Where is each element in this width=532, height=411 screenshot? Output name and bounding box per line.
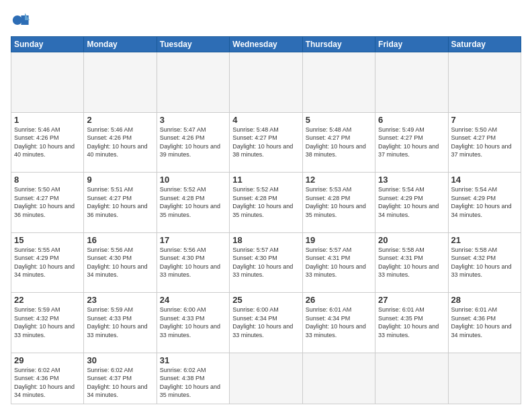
calendar-cell: 10Sunrise: 5:52 AMSunset: 4:28 PMDayligh… — [157, 173, 229, 233]
calendar-cell — [448, 52, 521, 113]
day-info: Sunrise: 5:53 AMSunset: 4:28 PMDaylight:… — [306, 185, 372, 219]
calendar-cell: 7Sunrise: 5:50 AMSunset: 4:27 PMDaylight… — [448, 112, 521, 173]
calendar-cell — [375, 52, 448, 113]
day-info: Sunrise: 6:02 AMSunset: 4:38 PMDaylight:… — [160, 366, 226, 400]
day-number: 5 — [306, 115, 372, 125]
logo-icon — [11, 11, 30, 30]
calendar-cell: 22Sunrise: 5:59 AMSunset: 4:32 PMDayligh… — [11, 293, 84, 353]
day-info: Sunrise: 5:48 AMSunset: 4:27 PMDaylight:… — [232, 126, 299, 159]
day-info: Sunrise: 5:57 AMSunset: 4:31 PMDaylight:… — [306, 246, 372, 279]
calendar-cell: 24Sunrise: 6:00 AMSunset: 4:33 PMDayligh… — [157, 293, 229, 353]
day-info: Sunrise: 5:52 AMSunset: 4:28 PMDaylight:… — [232, 185, 299, 219]
day-info: Sunrise: 5:58 AMSunset: 4:32 PMDaylight:… — [451, 246, 518, 279]
calendar-week-row: 15Sunrise: 5:55 AMSunset: 4:29 PMDayligh… — [11, 232, 521, 293]
calendar-cell — [302, 52, 375, 113]
day-number: 27 — [378, 295, 445, 305]
calendar-cell: 20Sunrise: 5:58 AMSunset: 4:31 PMDayligh… — [375, 232, 448, 293]
svg-marker-2 — [25, 13, 30, 21]
day-info: Sunrise: 5:50 AMSunset: 4:27 PMDaylight:… — [14, 185, 81, 219]
calendar-cell: 9Sunrise: 5:51 AMSunset: 4:27 PMDaylight… — [84, 173, 157, 233]
day-info: Sunrise: 5:56 AMSunset: 4:30 PMDaylight:… — [87, 246, 153, 279]
col-header-wednesday: Wednesday — [230, 37, 302, 52]
day-info: Sunrise: 6:00 AMSunset: 4:34 PMDaylight:… — [232, 306, 299, 339]
calendar-cell — [230, 52, 302, 113]
day-info: Sunrise: 5:51 AMSunset: 4:27 PMDaylight:… — [87, 185, 153, 219]
day-info: Sunrise: 5:48 AMSunset: 4:27 PMDaylight:… — [306, 126, 372, 159]
calendar-week-row: 29Sunrise: 6:02 AMSunset: 4:36 PMDayligh… — [11, 353, 521, 404]
calendar-cell — [448, 353, 521, 404]
day-number: 26 — [306, 295, 372, 305]
day-info: Sunrise: 6:01 AMSunset: 4:35 PMDaylight:… — [378, 306, 445, 339]
col-header-monday: Monday — [84, 37, 157, 52]
day-number: 21 — [451, 235, 518, 245]
day-info: Sunrise: 5:59 AMSunset: 4:33 PMDaylight:… — [87, 306, 153, 339]
day-number: 30 — [87, 355, 153, 365]
calendar-cell — [302, 353, 375, 404]
day-number: 12 — [306, 175, 372, 185]
calendar-cell: 14Sunrise: 5:54 AMSunset: 4:29 PMDayligh… — [448, 173, 521, 233]
day-number: 22 — [14, 295, 81, 305]
calendar-cell: 6Sunrise: 5:49 AMSunset: 4:27 PMDaylight… — [375, 112, 448, 173]
day-number: 23 — [87, 295, 153, 305]
day-number: 20 — [378, 235, 445, 245]
day-number: 18 — [232, 235, 299, 245]
col-header-friday: Friday — [375, 37, 448, 52]
calendar-cell: 12Sunrise: 5:53 AMSunset: 4:28 PMDayligh… — [302, 173, 375, 233]
day-info: Sunrise: 5:50 AMSunset: 4:27 PMDaylight:… — [451, 126, 518, 159]
calendar-cell: 18Sunrise: 5:57 AMSunset: 4:30 PMDayligh… — [230, 232, 302, 293]
calendar-cell — [84, 52, 157, 113]
day-number: 28 — [451, 295, 518, 305]
day-number: 10 — [160, 175, 226, 185]
day-info: Sunrise: 6:01 AMSunset: 4:36 PMDaylight:… — [451, 306, 518, 339]
calendar-cell: 2Sunrise: 5:46 AMSunset: 4:26 PMDaylight… — [84, 112, 157, 173]
day-info: Sunrise: 5:46 AMSunset: 4:26 PMDaylight:… — [87, 126, 153, 159]
col-header-tuesday: Tuesday — [157, 37, 229, 52]
calendar-cell: 15Sunrise: 5:55 AMSunset: 4:29 PMDayligh… — [11, 232, 84, 293]
calendar-cell — [230, 353, 302, 404]
calendar-cell: 4Sunrise: 5:48 AMSunset: 4:27 PMDaylight… — [230, 112, 302, 173]
day-info: Sunrise: 5:54 AMSunset: 4:29 PMDaylight:… — [378, 185, 445, 219]
calendar-cell: 26Sunrise: 6:01 AMSunset: 4:34 PMDayligh… — [302, 293, 375, 353]
day-info: Sunrise: 5:59 AMSunset: 4:32 PMDaylight:… — [14, 306, 81, 339]
day-number: 17 — [160, 235, 226, 245]
calendar-cell: 30Sunrise: 6:02 AMSunset: 4:37 PMDayligh… — [84, 353, 157, 404]
calendar-cell: 28Sunrise: 6:01 AMSunset: 4:36 PMDayligh… — [448, 293, 521, 353]
calendar-table: SundayMondayTuesdayWednesdayThursdayFrid… — [11, 36, 521, 404]
col-header-saturday: Saturday — [448, 37, 521, 52]
calendar-cell: 3Sunrise: 5:47 AMSunset: 4:26 PMDaylight… — [157, 112, 229, 173]
calendar-week-row — [11, 52, 521, 113]
calendar-cell: 16Sunrise: 5:56 AMSunset: 4:30 PMDayligh… — [84, 232, 157, 293]
day-number: 4 — [232, 115, 299, 125]
day-number: 14 — [451, 175, 518, 185]
calendar-cell: 21Sunrise: 5:58 AMSunset: 4:32 PMDayligh… — [448, 232, 521, 293]
day-info: Sunrise: 6:00 AMSunset: 4:33 PMDaylight:… — [160, 306, 226, 339]
calendar-cell: 11Sunrise: 5:52 AMSunset: 4:28 PMDayligh… — [230, 173, 302, 233]
day-number: 7 — [451, 115, 518, 125]
day-info: Sunrise: 5:52 AMSunset: 4:28 PMDaylight:… — [160, 185, 226, 219]
day-number: 8 — [14, 175, 81, 185]
logo — [11, 11, 32, 30]
calendar-cell: 1Sunrise: 5:46 AMSunset: 4:26 PMDaylight… — [11, 112, 84, 173]
calendar-cell: 23Sunrise: 5:59 AMSunset: 4:33 PMDayligh… — [84, 293, 157, 353]
day-info: Sunrise: 5:57 AMSunset: 4:30 PMDaylight:… — [232, 246, 299, 279]
day-info: Sunrise: 6:02 AMSunset: 4:36 PMDaylight:… — [14, 366, 81, 400]
day-number: 1 — [14, 115, 81, 125]
day-number: 11 — [232, 175, 299, 185]
calendar-cell: 31Sunrise: 6:02 AMSunset: 4:38 PMDayligh… — [157, 353, 229, 404]
day-number: 9 — [87, 175, 153, 185]
day-number: 19 — [306, 235, 372, 245]
calendar-cell: 8Sunrise: 5:50 AMSunset: 4:27 PMDaylight… — [11, 173, 84, 233]
day-number: 31 — [160, 355, 226, 365]
calendar-cell: 19Sunrise: 5:57 AMSunset: 4:31 PMDayligh… — [302, 232, 375, 293]
day-info: Sunrise: 5:54 AMSunset: 4:29 PMDaylight:… — [451, 185, 518, 219]
day-info: Sunrise: 5:55 AMSunset: 4:29 PMDaylight:… — [14, 246, 81, 279]
day-number: 29 — [14, 355, 81, 365]
calendar-cell: 13Sunrise: 5:54 AMSunset: 4:29 PMDayligh… — [375, 173, 448, 233]
col-header-sunday: Sunday — [11, 37, 84, 52]
day-number: 24 — [160, 295, 226, 305]
page-container: SundayMondayTuesdayWednesdayThursdayFrid… — [0, 0, 532, 411]
day-number: 3 — [160, 115, 226, 125]
calendar-cell — [157, 52, 229, 113]
day-number: 15 — [14, 235, 81, 245]
col-header-thursday: Thursday — [302, 37, 375, 52]
